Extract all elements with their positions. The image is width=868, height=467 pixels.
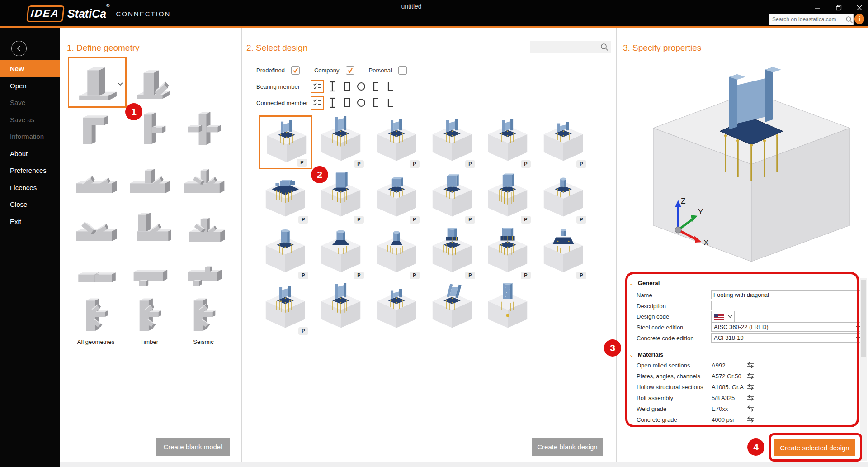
design-thumb-wf-column-base[interactable]: P [259,115,312,169]
geometry-thumb-column-base-diagonal[interactable] [130,62,175,105]
filter-personal[interactable]: Personal [369,66,407,75]
material-swap-button[interactable] [746,362,755,371]
general-section-header[interactable]: ⌄ General [629,279,660,288]
connected-member-filter-i-section-icon[interactable] [326,96,339,109]
maximize-button[interactable] [832,3,845,13]
web-search-box[interactable] [769,14,854,25]
design-thumb-box-column-base-anchors[interactable]: P [481,171,535,225]
geometry-variant-dropdown[interactable] [118,80,123,88]
design-thumb-pipe-column-base-small[interactable]: P [537,171,590,225]
material-value[interactable]: 4000 psi [712,415,734,424]
geometry-thumb-chord-with-diagonals[interactable] [74,159,118,202]
design-thumb-pipe-column-grouted[interactable] [481,282,535,336]
create-blank-model-button[interactable]: Create blank model [156,438,230,456]
checkbox-personal[interactable] [398,66,407,75]
design-thumb-wf-column-base-small[interactable] [370,282,424,336]
bearing-member-filter-list-filter-icon[interactable] [311,80,324,93]
design-search-box[interactable] [530,41,611,53]
bearing-member-filter-circular-section-icon[interactable] [355,80,368,93]
design-thumb-wf-column-base-tall[interactable]: P [314,115,368,169]
design-thumb-wf-column-base[interactable]: P [370,115,424,169]
material-value[interactable]: A572 Gr.50 [712,372,741,381]
material-value[interactable]: A1085. Gr.A [712,383,744,392]
material-swap-button[interactable] [746,373,755,382]
sidebar-item-new[interactable]: New [0,60,60,77]
connected-member-filter-channel-section-icon[interactable] [369,96,382,109]
geometry-thumb-multi-member[interactable] [182,294,225,338]
model-3d-preview[interactable]: Z Y X [633,53,861,271]
design-thumb-box-column-base[interactable]: P [425,171,479,225]
material-value[interactable]: 5/8 A325 [712,394,735,403]
web-search-input[interactable] [769,16,845,23]
geometry-thumb-beam-bottom-stub[interactable] [127,256,171,291]
steel-code-select[interactable]: AISC 360-22 (LRFD) [711,322,864,332]
checkbox-predefined[interactable] [291,66,300,75]
geometry-thumb-column-base[interactable] [68,57,127,108]
geometry-thumb-cross-joint[interactable] [182,109,225,151]
filter-predefined[interactable]: Predefined [256,66,300,75]
geometry-thumb-chord-vertical-two-diagonals[interactable] [182,207,225,250]
minimize-button[interactable] [811,3,824,13]
concrete-code-select[interactable]: ACI 318-19 [711,333,864,343]
name-input[interactable] [711,290,864,299]
filter-company[interactable]: Company [314,66,354,75]
material-swap-button[interactable] [746,416,755,425]
design-thumb-wf-column-base-bolted[interactable]: P [259,282,312,336]
geometry-thumb-multi-member[interactable] [74,294,118,338]
design-thumb-wf-column-base-small[interactable]: P [537,115,590,169]
connected-member-filter-list-filter-icon[interactable] [311,96,324,110]
design-thumb-pipe-column-base-taper[interactable]: P [370,227,424,281]
scrollbar-thumb[interactable] [861,280,866,357]
geometry-thumb-chord-vertical-diagonal[interactable] [127,159,171,202]
connected-member-filter-box-section-icon[interactable] [340,96,353,109]
connected-member-filter-circular-section-icon[interactable] [355,96,368,109]
geometry-thumb-splice[interactable] [74,256,118,291]
geometry-thumb-chord-two-diagonals[interactable] [74,207,118,250]
bearing-member-filter-angle-section-icon[interactable] [384,80,396,93]
create-selected-design-button[interactable]: Create selected design [774,439,855,456]
back-button[interactable] [11,41,27,56]
geometry-thumb-chord-fan[interactable] [182,159,225,202]
material-swap-button[interactable] [746,405,755,415]
bearing-member-filter-box-section-icon[interactable] [340,80,353,93]
design-thumb-base-plate-channels[interactable]: P [259,171,312,225]
design-thumb-pipe-column-base-ring-large[interactable]: P [481,227,535,281]
design-thumb-pipe-column-base[interactable]: P [259,227,312,281]
connected-member-filter-angle-section-icon[interactable] [384,96,396,109]
sidebar-item-exit[interactable]: Exit [0,213,60,230]
bearing-member-filter-channel-section-icon[interactable] [369,80,382,93]
description-input[interactable] [711,301,864,310]
geometry-thumb-column-beam-diagonal[interactable] [127,207,171,250]
geometry-thumb-column-beam[interactable] [127,109,171,151]
geometry-thumb-multi-member[interactable] [127,294,171,338]
geometry-thumb-beam-cross-stubs[interactable] [182,256,225,291]
wf-column-base-icon [373,116,420,162]
bearing-member-filter-i-section-icon[interactable] [326,80,339,93]
info-icon[interactable]: i [854,14,864,24]
close-button[interactable] [853,3,866,13]
create-blank-design-button[interactable]: Create blank design [532,438,603,456]
predefined-badge: P [354,216,364,224]
material-value[interactable]: A992 [712,361,725,370]
geometry-thumb-knee-joint[interactable] [74,109,118,151]
design-thumb-wf-column-base[interactable]: P [425,115,479,169]
sidebar-item-open[interactable]: Open [0,77,60,95]
sidebar-item-preferences[interactable]: Preferences [0,162,60,179]
design-thumb-pipe-column-base-ring[interactable]: P [425,227,479,281]
materials-section-header[interactable]: ⌄ Materials [629,350,663,359]
material-swap-button[interactable] [746,384,755,393]
design-code-dropdown[interactable] [711,311,735,322]
design-thumb-pipe-column-base-flared[interactable]: P [314,227,368,281]
checkbox-company[interactable] [346,66,354,75]
design-thumb-box-column-base-tall[interactable]: P [314,171,368,225]
sidebar-item-about[interactable]: About [0,145,60,162]
sidebar-item-close[interactable]: Close [0,196,60,213]
design-thumb-wf-column-base-tall[interactable] [314,282,368,336]
design-thumb-pipe-column-pedestal[interactable]: P [537,227,590,281]
sidebar-item-licences[interactable]: Licences [0,179,60,196]
design-thumb-wf-column-base[interactable]: P [481,115,535,169]
design-thumb-wf-column-base-inclined[interactable] [425,282,479,336]
material-value[interactable]: E70xx [712,405,728,414]
design-thumb-box-column-base-small[interactable]: P [370,171,424,225]
material-swap-button[interactable] [746,395,755,404]
